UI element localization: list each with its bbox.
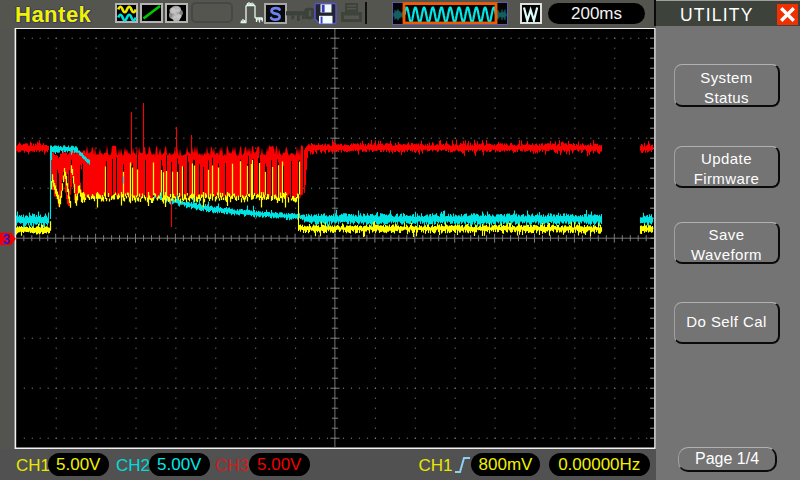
svg-text:3: 3	[2, 231, 10, 247]
